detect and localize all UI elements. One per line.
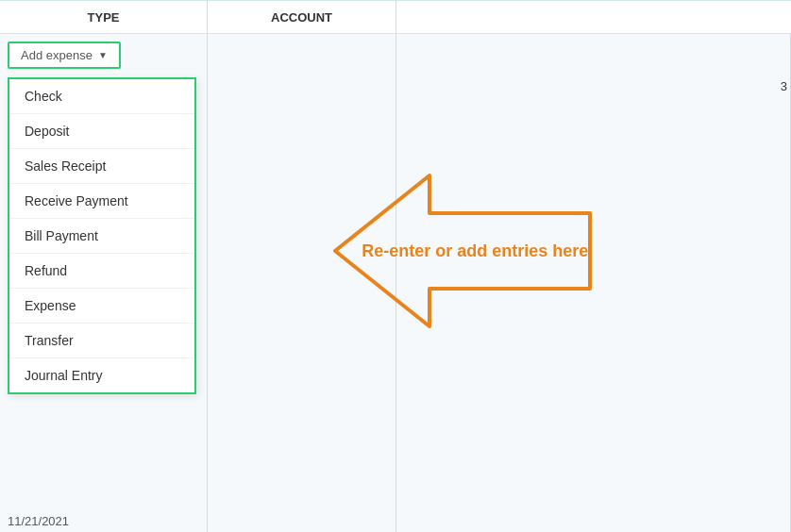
menu-item-bill-payment[interactable]: Bill Payment xyxy=(9,219,194,254)
row-number-badge: 3 xyxy=(781,79,787,93)
menu-item-expense[interactable]: Expense xyxy=(9,289,194,324)
chevron-down-icon: ▼ xyxy=(98,50,108,60)
menu-item-sales-receipt[interactable]: Sales Receipt xyxy=(9,149,194,184)
add-expense-label: Add expense xyxy=(21,48,93,62)
bottom-date: 11/21/2021 xyxy=(8,510,69,532)
menu-item-journal-entry[interactable]: Journal Entry xyxy=(9,358,194,392)
menu-item-deposit[interactable]: Deposit xyxy=(9,114,194,149)
svg-marker-0 xyxy=(335,175,590,326)
annotation-arrow-container: Re-enter or add entries here. xyxy=(184,138,609,364)
menu-item-transfer[interactable]: Transfer xyxy=(9,324,194,358)
table-body: Add expense ▼ Check Deposit Sales Receip… xyxy=(0,34,791,532)
menu-item-refund[interactable]: Refund xyxy=(9,254,194,289)
menu-item-receive-payment[interactable]: Receive Payment xyxy=(9,184,194,219)
account-column-header: ACCOUNT xyxy=(208,1,396,33)
table-header: TYPE ACCOUNT xyxy=(0,0,791,34)
type-column-header: TYPE xyxy=(0,1,208,33)
menu-item-check[interactable]: Check xyxy=(9,79,194,114)
column-divider-2 xyxy=(396,34,396,532)
dropdown-menu: Check Deposit Sales Receipt Receive Paym… xyxy=(8,77,196,394)
column-divider-1 xyxy=(207,34,208,532)
add-expense-button[interactable]: Add expense ▼ xyxy=(8,42,121,69)
annotation-arrow-svg xyxy=(184,138,609,364)
annotation-text: Re-enter or add entries here. xyxy=(362,241,593,261)
